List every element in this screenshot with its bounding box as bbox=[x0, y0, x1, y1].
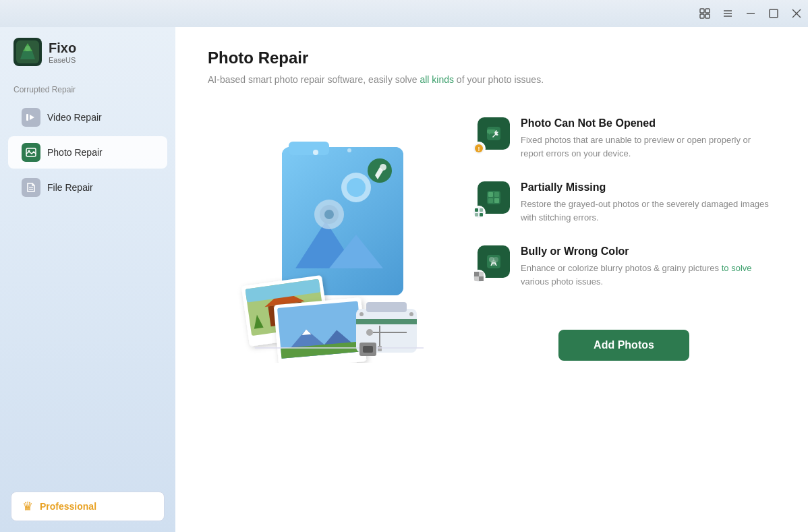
section-label: Corrupted Repair bbox=[0, 80, 175, 100]
svg-point-56 bbox=[359, 312, 364, 316]
feature-desc-2: Restore the grayed-out photos or the sev… bbox=[521, 198, 776, 224]
color-icon bbox=[486, 254, 502, 270]
svg-point-57 bbox=[409, 312, 413, 316]
svg-rect-17 bbox=[26, 114, 28, 121]
subtitle-highlight: all kinds bbox=[420, 74, 454, 85]
svg-rect-66 bbox=[494, 192, 499, 197]
professional-label: Professional bbox=[40, 501, 96, 512]
svg-point-26 bbox=[347, 178, 366, 197]
svg-rect-50 bbox=[366, 302, 407, 312]
add-photos-button[interactable]: Add Photos bbox=[558, 330, 689, 361]
checkerboard-overlay-icon bbox=[472, 270, 486, 283]
maximize-icon[interactable] bbox=[768, 7, 780, 20]
wrench-icon bbox=[486, 125, 502, 142]
svg-rect-71 bbox=[475, 213, 478, 216]
svg-rect-1 bbox=[705, 9, 710, 13]
sidebar-item-video-repair[interactable]: Video Repair bbox=[8, 101, 167, 134]
svg-point-30 bbox=[347, 148, 351, 152]
svg-rect-65 bbox=[488, 192, 493, 197]
svg-rect-68 bbox=[494, 198, 499, 203]
svg-point-53 bbox=[366, 329, 373, 336]
svg-rect-72 bbox=[480, 213, 483, 216]
feature-desc-1: Fixed photos that are unable to preview … bbox=[521, 134, 776, 160]
grid-photo-icon bbox=[486, 189, 502, 206]
page-subtitle: AI-based smart photo repair software, ea… bbox=[208, 74, 776, 85]
app-name: Fixo bbox=[49, 40, 76, 56]
svg-text:!: ! bbox=[478, 146, 480, 152]
file-repair-label: File Repair bbox=[47, 182, 93, 193]
grid-icon[interactable] bbox=[699, 7, 711, 20]
svg-rect-0 bbox=[700, 9, 704, 13]
svg-point-15 bbox=[25, 46, 30, 51]
photo-repair-label: Photo Repair bbox=[47, 147, 103, 158]
close-icon[interactable] bbox=[790, 7, 803, 20]
file-repair-icon bbox=[22, 178, 40, 197]
feature-desc-3-link: to solve bbox=[722, 263, 752, 273]
main-content: Photo Repair AI-based smart photo repair… bbox=[175, 27, 808, 532]
svg-marker-16 bbox=[30, 115, 34, 120]
video-repair-label: Video Repair bbox=[47, 112, 102, 123]
sidebar-bottom: ♛ Professional bbox=[0, 492, 175, 521]
menu-icon[interactable] bbox=[722, 7, 734, 20]
photo-repair-icon bbox=[22, 143, 40, 162]
feature-partially-missing: Partially Missing Restore the grayed-out… bbox=[472, 181, 776, 224]
svg-rect-24 bbox=[289, 142, 329, 155]
feature-title-3: Bully or Wrong Color bbox=[521, 245, 776, 258]
warning-overlay-icon: ! bbox=[472, 142, 486, 155]
subtitle-part2: of your photo issues. bbox=[454, 74, 544, 85]
logo: Fixo EaseUS bbox=[0, 38, 175, 80]
feature-desc-3-part2: various photo issues. bbox=[521, 276, 603, 287]
features-list: ! Photo Can Not Be Opened Fixed photos t… bbox=[472, 107, 776, 361]
feature-icon-cannot-opened: ! bbox=[472, 117, 510, 155]
svg-rect-67 bbox=[488, 198, 493, 203]
page-title: Photo Repair bbox=[208, 49, 776, 67]
svg-rect-70 bbox=[480, 208, 483, 212]
feature-desc-3: Enhance or colorize blurry photos & grai… bbox=[521, 262, 776, 288]
sidebar-item-photo-repair[interactable]: Photo Repair bbox=[8, 136, 167, 169]
feature-icon-partially-missing bbox=[472, 181, 510, 219]
logo-icon bbox=[13, 38, 42, 66]
feature-wrong-color: Bully or Wrong Color Enhance or colorize… bbox=[472, 245, 776, 288]
svg-rect-2 bbox=[700, 14, 704, 18]
content-area: ! Photo Can Not Be Opened Fixed photos t… bbox=[208, 107, 776, 510]
svg-rect-69 bbox=[475, 208, 478, 212]
svg-rect-3 bbox=[705, 14, 710, 18]
add-photos-section: Add Photos bbox=[472, 323, 776, 361]
app-body: Fixo EaseUS Corrupted Repair Video Repai… bbox=[0, 27, 808, 532]
svg-point-29 bbox=[313, 150, 318, 155]
illustration bbox=[208, 107, 451, 390]
minimize-icon[interactable] bbox=[745, 7, 757, 20]
feature-cannot-opened: ! Photo Can Not Be Opened Fixed photos t… bbox=[472, 117, 776, 160]
svg-rect-60 bbox=[363, 346, 373, 353]
feature-desc-3-part1: Enhance or colorize blurry photos & grai… bbox=[521, 263, 722, 273]
feature-text-1: Photo Can Not Be Opened Fixed photos tha… bbox=[521, 117, 776, 160]
feature-text-3: Bully or Wrong Color Enhance or colorize… bbox=[521, 245, 776, 288]
svg-rect-79 bbox=[479, 276, 484, 281]
illustration-svg bbox=[208, 107, 437, 363]
svg-rect-51 bbox=[356, 319, 417, 324]
subtitle-part1: AI-based smart photo repair software, ea… bbox=[208, 74, 420, 85]
feature-text-2: Partially Missing Restore the grayed-out… bbox=[521, 181, 776, 224]
feature-title-2: Partially Missing bbox=[521, 181, 776, 194]
sidebar: Fixo EaseUS Corrupted Repair Video Repai… bbox=[0, 27, 175, 532]
window-controls bbox=[699, 7, 803, 20]
video-repair-icon bbox=[22, 108, 40, 127]
svg-rect-8 bbox=[770, 9, 778, 18]
feature-title-1: Photo Can Not Be Opened bbox=[521, 117, 776, 129]
svg-rect-55 bbox=[378, 346, 382, 351]
app-sub: EaseUS bbox=[49, 56, 76, 64]
svg-point-32 bbox=[380, 164, 386, 171]
svg-point-48 bbox=[324, 210, 334, 219]
title-bar bbox=[0, 0, 808, 27]
professional-button[interactable]: ♛ Professional bbox=[11, 492, 165, 521]
feature-icon-wrong-color bbox=[472, 245, 510, 283]
crown-icon: ♛ bbox=[22, 499, 33, 514]
sidebar-item-file-repair[interactable]: File Repair bbox=[8, 171, 167, 204]
svg-rect-78 bbox=[474, 272, 479, 276]
grid-overlay-icon bbox=[472, 206, 486, 219]
logo-text: Fixo EaseUS bbox=[49, 40, 76, 64]
